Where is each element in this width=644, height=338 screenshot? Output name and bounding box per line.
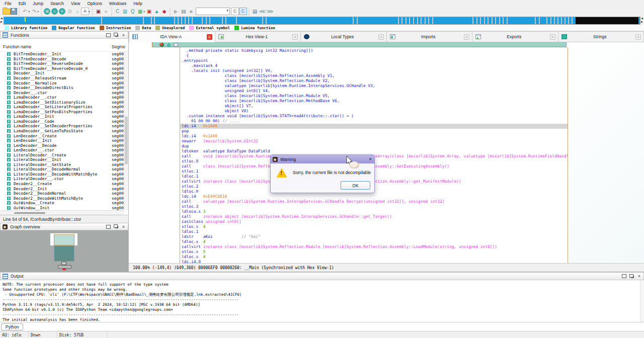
- code-line[interactable]: .method private static hidebysig int32 M…: [180, 48, 568, 53]
- float-icon[interactable]: [113, 224, 119, 229]
- function-row[interactable]: fLzmaDecoder__SetDictionarySizeseg000: [0, 100, 124, 105]
- code-line[interactable]: ldloc.s 4: [180, 239, 568, 244]
- maximize-icon[interactable]: [621, 274, 627, 279]
- ok-button[interactable]: OK: [341, 181, 370, 190]
- function-row[interactable]: fLzmaDecoder__SetDecoderPropertiesseg000: [0, 124, 124, 129]
- function-row[interactable]: fDecoder2__DecodeNormalseg000: [0, 191, 124, 196]
- menu-options[interactable]: Options: [84, 1, 105, 6]
- functions-panel-titlebar[interactable]: Functions ×: [0, 31, 128, 39]
- code-line[interactable]: call instance object [mscorlib]System.Ru…: [180, 214, 568, 219]
- close-icon[interactable]: ×: [120, 32, 127, 38]
- code-line[interactable]: dup: [180, 144, 568, 149]
- navband-left-arrows-icon[interactable]: ◀▶: [1, 17, 3, 24]
- code-line[interactable]: ldc.i4 0x1A08: [180, 134, 568, 139]
- code-line[interactable]: ldc.i4.0: [180, 260, 568, 263]
- code-line[interactable]: object[] V7,: [180, 104, 568, 109]
- code-line[interactable]: call valuetype [mscorlib]System.Runtime.…: [180, 199, 568, 204]
- menu-view[interactable]: View: [67, 1, 84, 6]
- function-row[interactable]: fLzmaDecoder__.ctorseg000: [0, 95, 124, 100]
- function-row[interactable]: fLiteralDecoder__DecodeNormalseg000: [0, 167, 124, 172]
- open-functions-window-icon[interactable]: ⊞: [44, 8, 50, 15]
- code-line[interactable]: newarr [mscorlib]System.UInt32: [180, 139, 568, 144]
- stop-icon[interactable]: ■: [187, 8, 195, 15]
- process-grid-icon[interactable]: ▦: [136, 8, 144, 15]
- function-row[interactable]: fDecoder2__Initseg000: [0, 186, 124, 191]
- code-line[interactable]: callvirt instance class [mscorlib]System…: [180, 244, 568, 249]
- close-icon[interactable]: ×: [366, 156, 374, 162]
- diamond-icon[interactable]: ◆: [160, 8, 168, 15]
- code-line[interactable]: ldtoken valuetype DataType DataField: [180, 149, 568, 154]
- command-input[interactable]: [24, 324, 643, 330]
- jump-back-icon[interactable]: ↶: [21, 8, 29, 15]
- output-titlebar[interactable]: Output ×: [0, 272, 644, 280]
- tab-close-icon[interactable]: ×: [378, 34, 384, 40]
- open-file-icon[interactable]: [3, 9, 11, 15]
- text-options-icon-dropdown[interactable]: ▾: [89, 10, 90, 13]
- function-row[interactable]: fLzmaDecoder__Codeseg000: [0, 119, 124, 124]
- close-icon[interactable]: ×: [120, 224, 127, 229]
- menu-file[interactable]: File: [1, 1, 15, 6]
- menu-search[interactable]: Search: [47, 1, 67, 6]
- scrollbar-thumb[interactable]: [125, 116, 128, 164]
- function-row[interactable]: fOutWindow__Initseg000: [0, 206, 124, 211]
- function-row[interactable]: fDecoder__ReleaseStreamseg000: [0, 76, 124, 81]
- jump-forward-icon-dropdown[interactable]: ▾: [37, 10, 39, 13]
- tab-imports[interactable]: Imports×: [387, 31, 473, 42]
- function-row[interactable]: fDecoder__Normalizeseg000: [0, 80, 124, 86]
- indent-in-icon[interactable]: ⋘: [259, 8, 266, 15]
- function-row[interactable]: fDecoder__Initseg000: [0, 71, 124, 76]
- code-line[interactable]: unsigned int8[] V4,: [180, 89, 568, 94]
- function-row[interactable]: fLenDecoder__Decodeseg000: [0, 143, 124, 148]
- code-line[interactable]: stloc.3: [180, 204, 568, 209]
- function-row[interactable]: fBitTreeDecoder__ReverseDecodeseg000: [0, 61, 124, 66]
- code-line[interactable]: pop: [180, 129, 568, 134]
- indent-out-icon[interactable]: ⋙: [266, 8, 274, 15]
- menu-edit[interactable]: Edit: [15, 1, 30, 6]
- function-row[interactable]: fLzmaDecoder__Initseg000: [0, 114, 124, 119]
- interpreter-selector-button[interactable]: Python: [1, 323, 23, 330]
- source-c-icon[interactable]: C: [231, 8, 239, 15]
- code-line[interactable]: ldstr aKoi // "koi": [180, 234, 568, 239]
- scrollbar-thumb[interactable]: [14, 212, 45, 214]
- function-row[interactable]: fDecoder__DecodeDirectBitsseg000: [0, 86, 124, 91]
- colors-icon[interactable]: ▣: [95, 8, 102, 15]
- functions-vertical-scrollbar[interactable]: [124, 52, 128, 210]
- code-line[interactable]: .entrypoint: [180, 58, 568, 63]
- function-row[interactable]: fLiteralDecoder__DecodeWithMatchByteseg0…: [0, 172, 124, 177]
- code-line[interactable]: stloc.s 4: [180, 224, 568, 229]
- output-scrollbar[interactable]: [640, 280, 644, 322]
- code-line[interactable]: .custom instance void [mscorlib]System.S…: [180, 114, 568, 119]
- graph-overview-titlebar[interactable]: Graph overview ×: [0, 223, 128, 230]
- code-line[interactable]: 01 00 00 00) // ....: [180, 119, 568, 124]
- function-row[interactable]: fDecoder2__DecodeWithMatchByteseg000: [0, 196, 124, 201]
- function-row[interactable]: fBitTreeDecoder__ReverseDecode_0seg000: [0, 66, 124, 71]
- breakpoints-icon[interactable]: Q: [129, 8, 136, 15]
- tab-close-icon[interactable]: ×: [635, 34, 641, 40]
- functions-list-header[interactable]: Function name Segme: [0, 41, 128, 52]
- function-row[interactable]: fBitTreeDecoder__Decodeseg000: [0, 57, 124, 62]
- function-row[interactable]: fLiteralDecoder__Initseg000: [0, 157, 124, 162]
- code-line[interactable]: .locals init (unsigned int32[] V0,: [180, 68, 568, 73]
- code-line[interactable]: class [mscorlib]System.Reflection.Module…: [180, 78, 568, 83]
- jump-back-icon-dropdown[interactable]: ▾: [28, 10, 30, 13]
- function-row[interactable]: fOutWindow__Createseg000: [0, 201, 124, 206]
- code-line[interactable]: valuetype [mscorlib]System.Runtime.Inter…: [180, 83, 568, 89]
- code-line[interactable]: ldc.i4 0x1A08: [180, 124, 568, 129]
- code-line[interactable]: object V8): [180, 109, 568, 114]
- float-icon[interactable]: [628, 274, 635, 279]
- code-line[interactable]: class [mscorlib]System.Reflection.Assemb…: [180, 73, 568, 78]
- chip-icon[interactable]: ▥: [121, 8, 129, 15]
- text-options-icon[interactable]: A: [81, 8, 89, 15]
- function-row[interactable]: fLzmaDecoder__GetLenToPosStateseg000: [0, 129, 124, 134]
- open-segments-window-icon[interactable]: ≡: [59, 8, 65, 15]
- code-line[interactable]: class [mscorlib]System.Reflection.Method…: [180, 99, 568, 104]
- pause-icon[interactable]: ▮▮: [180, 8, 187, 15]
- tab-exports[interactable]: Exports×: [472, 31, 558, 42]
- column-segment[interactable]: Segme: [112, 44, 125, 49]
- function-row[interactable]: fLenDecoder__Initseg000: [0, 138, 124, 143]
- function-row[interactable]: fDecoder2__Createseg000: [0, 182, 124, 187]
- functions-horizontal-scrollbar[interactable]: [0, 210, 124, 215]
- reset-c-icon[interactable]: C: [239, 8, 247, 15]
- float-icon[interactable]: [113, 32, 119, 38]
- function-row[interactable]: fLenDecoder__Createseg000: [0, 133, 124, 138]
